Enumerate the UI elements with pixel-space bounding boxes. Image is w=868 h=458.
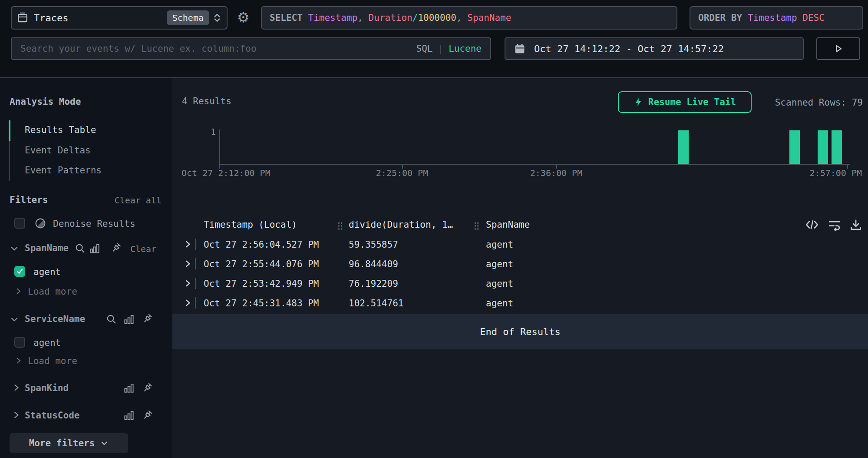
table-icon [17,12,28,23]
drag-handle-icon[interactable] [474,222,479,230]
lightning-icon [634,97,643,107]
clear-all-filters-link[interactable]: Clear all [115,195,162,206]
expand-row-icon[interactable] [183,259,192,269]
wrap-text-icon[interactable] [828,219,842,231]
chart-bar[interactable] [678,130,689,164]
schema-badge[interactable]: Schema [167,10,209,25]
mode-toggle-sql[interactable]: SQL [416,43,433,54]
row-accent-bar [195,258,196,269]
filter-group-statuscode[interactable]: StatusCode [25,410,79,421]
mode-toggle-lucene[interactable]: Lucene [449,43,482,54]
more-filters-label: More filters [29,438,95,448]
chart-bar[interactable] [818,130,828,164]
cell-duration: 96.844409 [349,259,398,269]
chevron-right-icon[interactable] [11,410,21,420]
chart-y-axis [219,129,220,165]
download-icon[interactable] [849,219,862,232]
play-icon [833,43,844,54]
table-row[interactable]: Oct 27 2:53:42.949 PM 76.192209 agent [172,278,868,290]
gear-icon[interactable]: ⚙ [237,10,250,24]
chart-bar[interactable] [789,130,800,164]
cell-timestamp: Oct 27 2:45:31.483 PM [204,298,319,309]
drag-handle-icon[interactable] [337,222,343,230]
resume-live-tail-label: Resume Live Tail [648,97,736,107]
spanname-agent-checkbox[interactable] [14,266,25,277]
clear-spanname-link[interactable]: Clear [130,244,156,254]
pin-icon[interactable] [142,313,153,325]
filter-group-servicename[interactable]: ServiceName [25,314,85,324]
check-icon [16,268,23,275]
cell-spanname: agent [486,298,513,309]
servicename-agent-checkbox[interactable] [14,337,25,348]
column-header-duration[interactable]: divide(Duration, 1… [349,219,453,230]
order-by-input[interactable]: ORDER BY Timestamp DESC [690,6,863,30]
chevron-down-icon[interactable] [10,315,19,324]
chevron-right-icon[interactable] [11,383,21,392]
scanned-rows-label: Scanned Rows: 79 [775,97,863,108]
expand-row-icon[interactable] [183,239,192,249]
spanname-agent-label[interactable]: agent [33,267,61,277]
column-header-timestamp[interactable]: Timestamp (Local) [204,219,297,230]
select-token-comma: , [357,13,368,23]
chart-icon[interactable] [124,410,134,421]
cell-spanname: agent [486,279,513,289]
expand-row-icon[interactable] [183,298,192,308]
search-placeholder: Search your events w/ Lucene ex. column:… [20,43,416,54]
chart-y-tick-label: 1 [203,127,216,136]
chevron-down-icon [100,439,109,448]
sidebar-item-event-deltas[interactable]: Event Deltas [25,145,91,156]
denoise-checkbox[interactable] [14,218,25,229]
code-icon[interactable] [805,218,819,231]
select-token-timestamp: Timestamp [308,13,358,23]
time-range-value: Oct 27 14:12:22 - Oct 27 14:57:22 [534,43,724,54]
search-input[interactable]: Search your events w/ Lucene ex. column:… [11,37,491,60]
chart-icon[interactable] [124,314,134,325]
select-token-duration: Duration [369,13,413,23]
resume-live-tail-button[interactable]: Resume Live Tail [618,91,752,113]
chevron-right-icon[interactable] [14,287,23,295]
search-icon[interactable] [106,314,117,325]
table-row[interactable]: Oct 27 2:55:44.076 PM 96.844409 agent [172,258,868,270]
select-chevrons-icon[interactable] [213,12,221,23]
servicename-agent-label[interactable]: agent [33,338,61,348]
end-of-results-label: End of Results [480,326,560,337]
pin-icon[interactable] [110,242,122,254]
table-row[interactable]: Oct 27 2:45:31.483 PM 102.514761 agent [172,297,868,309]
table-row[interactable]: Oct 27 2:56:04.527 PM 59.355857 agent [172,239,868,251]
chart-icon[interactable] [89,243,100,254]
row-accent-bar [195,239,196,250]
chevron-right-icon[interactable] [14,356,23,365]
row-accent-bar [195,297,196,309]
servicename-load-more[interactable]: Load more [28,356,77,366]
chevron-down-icon[interactable] [10,244,19,253]
filter-group-spankind[interactable]: SpanKind [25,383,69,393]
more-filters-button[interactable]: More filters [10,433,128,453]
chart-x-label: 2:57:00 PM [810,168,862,178]
chart-bar[interactable] [832,130,842,164]
run-query-button[interactable] [816,37,860,60]
search-icon[interactable] [75,243,86,254]
cell-duration: 59.355857 [349,239,398,250]
sidebar-item-results-table[interactable]: Results Table [25,125,96,135]
filter-group-spanname[interactable]: SpanName [25,243,69,253]
column-header-spanname[interactable]: SpanName [486,219,530,230]
denoise-label: Denoise Results [53,219,135,229]
select-token-divide: / [413,13,418,23]
select-token-spanname: SpanName [467,13,511,23]
select-expression-input[interactable]: SELECT Timestamp, Duration/1000000, Span… [261,6,677,30]
filters-title: Filters [10,195,48,205]
source-selector[interactable]: Traces Schema [11,6,228,30]
calendar-icon [514,43,525,54]
cell-duration: 76.192209 [349,279,398,289]
spanname-load-more[interactable]: Load more [28,286,77,297]
cell-duration: 102.514761 [349,298,403,309]
chart-icon[interactable] [124,383,134,393]
order-by-column: Timestamp [748,13,797,23]
time-range-picker[interactable]: Oct 27 14:12:22 - Oct 27 14:57:22 [505,37,804,60]
pin-icon[interactable] [142,382,153,394]
expand-row-icon[interactable] [183,279,192,288]
row-accent-bar [195,278,196,289]
pin-icon[interactable] [142,409,153,421]
cell-spanname: agent [486,259,513,269]
sidebar-item-event-patterns[interactable]: Event Patterns [25,165,102,176]
